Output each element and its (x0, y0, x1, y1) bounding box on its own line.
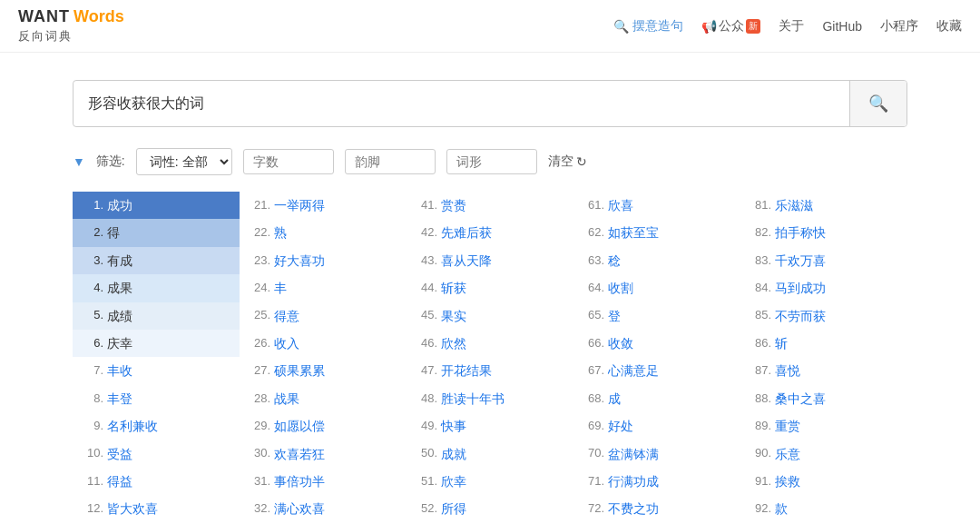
yunjiao-input[interactable] (345, 149, 436, 174)
result-number: 86. (746, 334, 771, 353)
search-button[interactable]: 🔍 (849, 81, 906, 126)
result-word: 收敛 (608, 333, 633, 353)
list-item[interactable]: 83.千欢万喜 (740, 247, 907, 274)
nav-collect[interactable]: 收藏 (936, 18, 962, 35)
list-item[interactable]: 91.挨救 (740, 468, 907, 495)
result-word: 稔 (608, 251, 621, 271)
cixing2-input[interactable] (446, 149, 537, 174)
nav-about[interactable]: 关于 (779, 18, 804, 35)
result-word: 硕果累累 (274, 361, 325, 381)
list-item[interactable]: 51.欣幸 (407, 468, 573, 495)
nav-pinyi[interactable]: 🔍 摆意造句 (613, 18, 683, 35)
list-item[interactable]: 46.欣然 (407, 330, 573, 357)
list-item[interactable]: 4.成果 (73, 274, 240, 302)
list-item[interactable]: 87.喜悦 (740, 357, 907, 384)
list-item[interactable]: 8.丰登 (73, 385, 240, 412)
result-number: 47. (412, 361, 437, 381)
result-word: 桑中之喜 (775, 389, 826, 409)
result-word: 有成 (107, 251, 132, 271)
result-number: 6. (78, 334, 103, 353)
result-number: 31. (245, 472, 270, 491)
result-number: 8. (78, 390, 103, 409)
list-item[interactable]: 48.胜读十年书 (407, 385, 573, 412)
list-item[interactable]: 32.满心欢喜 (240, 495, 407, 522)
list-item[interactable]: 41.赏赉 (407, 192, 573, 219)
list-item[interactable]: 47.开花结果 (407, 357, 573, 384)
nav-miniapp[interactable]: 小程序 (880, 18, 918, 35)
list-item[interactable]: 22.熟 (240, 219, 407, 246)
list-item[interactable]: 90.乐意 (740, 440, 907, 468)
list-item[interactable]: 70.盆满钵满 (573, 440, 740, 468)
list-item[interactable]: 29.如愿以偿 (240, 412, 407, 440)
list-item[interactable]: 21.一举两得 (240, 192, 407, 219)
list-item[interactable]: 44.斩获 (407, 274, 573, 302)
list-item[interactable]: 92.款 (740, 495, 907, 522)
result-number: 85. (746, 306, 771, 325)
list-item[interactable]: 62.如获至宝 (573, 219, 740, 246)
list-item[interactable]: 42.先难后获 (407, 219, 573, 246)
list-item[interactable]: 64.收割 (573, 274, 740, 302)
list-item[interactable]: 82.拍手称快 (740, 219, 907, 246)
result-word: 重赏 (775, 416, 800, 436)
list-item[interactable]: 3.有成 (73, 247, 240, 274)
list-item[interactable]: 45.果实 (407, 302, 573, 330)
result-number: 5. (78, 306, 103, 325)
list-item[interactable]: 1.成功 (73, 192, 240, 219)
result-number: 30. (245, 444, 270, 463)
result-number: 63. (579, 252, 604, 271)
list-item[interactable]: 84.马到成功 (740, 274, 907, 302)
result-word: 皆大欢喜 (107, 499, 158, 519)
result-number: 66. (579, 334, 604, 353)
result-word: 欢喜若狂 (274, 444, 325, 464)
list-item[interactable]: 6.庆幸 (73, 330, 240, 357)
list-item[interactable]: 11.得益 (73, 468, 240, 495)
list-item[interactable]: 88.桑中之喜 (740, 385, 907, 412)
nav-pinyi-label: 摆意造句 (632, 18, 683, 35)
result-word: 一举两得 (274, 195, 325, 215)
list-item[interactable]: 27.硕果累累 (240, 357, 407, 384)
list-item[interactable]: 2.得 (73, 219, 240, 246)
zishu-input[interactable] (243, 149, 334, 174)
list-item[interactable]: 86.斩 (740, 330, 907, 357)
list-item[interactable]: 28.战果 (240, 385, 407, 412)
list-item[interactable]: 9.名利兼收 (73, 412, 240, 440)
list-item[interactable]: 43.喜从天降 (407, 247, 573, 274)
list-item[interactable]: 72.不费之功 (573, 495, 740, 522)
list-item[interactable]: 71.行满功成 (573, 468, 740, 495)
list-item[interactable]: 85.不劳而获 (740, 302, 907, 330)
list-item[interactable]: 30.欢喜若狂 (240, 440, 407, 468)
list-item[interactable]: 25.得意 (240, 302, 407, 330)
list-item[interactable]: 89.重赏 (740, 412, 907, 440)
list-item[interactable]: 65.登 (573, 302, 740, 330)
results-area: 1.成功2.得3.有成4.成果5.成绩6.庆幸7.丰收8.丰登9.名利兼收10.… (0, 192, 980, 524)
list-item[interactable]: 68.成 (573, 385, 740, 412)
search-input[interactable] (74, 83, 849, 124)
result-word: 如获至宝 (608, 222, 659, 242)
result-word: 如愿以偿 (274, 416, 325, 436)
list-item[interactable]: 24.丰 (240, 274, 407, 302)
list-item[interactable]: 49.快事 (407, 412, 573, 440)
list-item[interactable]: 26.收入 (240, 330, 407, 357)
list-item[interactable]: 63.稔 (573, 247, 740, 274)
result-word: 成功 (107, 195, 132, 215)
result-number: 68. (579, 390, 604, 409)
list-item[interactable]: 67.心满意足 (573, 357, 740, 384)
list-item[interactable]: 7.丰收 (73, 357, 240, 384)
list-item[interactable]: 52.所得 (407, 495, 573, 522)
list-item[interactable]: 50.成就 (407, 440, 573, 468)
nav-github[interactable]: GitHub (822, 19, 862, 34)
list-item[interactable]: 12.皆大欢喜 (73, 495, 240, 522)
list-item[interactable]: 61.欣喜 (573, 192, 740, 219)
list-item[interactable]: 23.好大喜功 (240, 247, 407, 274)
result-word: 千欢万喜 (775, 251, 826, 271)
list-item[interactable]: 66.收敛 (573, 330, 740, 357)
list-item[interactable]: 10.受益 (73, 440, 240, 468)
list-item[interactable]: 69.好处 (573, 412, 740, 440)
list-item[interactable]: 31.事倍功半 (240, 468, 407, 495)
result-number: 45. (412, 306, 437, 325)
list-item[interactable]: 81.乐滋滋 (740, 192, 907, 219)
list-item[interactable]: 5.成绩 (73, 302, 240, 330)
cixing-select[interactable]: 词性: 全部 名词 动词 形容词 (136, 148, 232, 175)
nav-gong[interactable]: 📢 公众 新 (701, 18, 760, 35)
clear-button[interactable]: 清空 ↻ (548, 153, 587, 170)
